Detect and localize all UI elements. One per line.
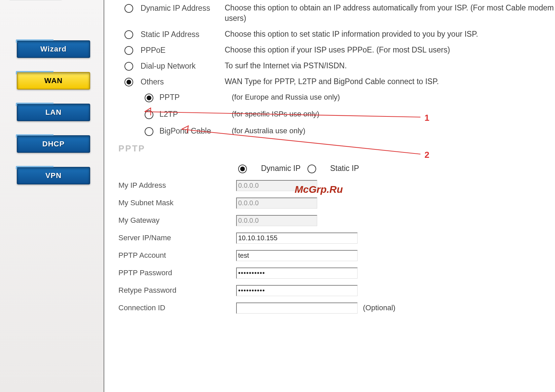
sub-l2tp-radio[interactable] bbox=[145, 110, 153, 119]
my-mask-input bbox=[236, 198, 317, 209]
wan-type-pppoe-label: PPPoE bbox=[141, 45, 225, 55]
wan-type-pppoe-row: PPPoE Choose this option if your ISP use… bbox=[124, 45, 555, 55]
wan-type-dynamic-desc: Choose this option to obtain an IP addre… bbox=[225, 3, 555, 24]
annotation-1: 1 bbox=[424, 113, 429, 123]
my-ip-label: My IP Address bbox=[118, 181, 236, 190]
my-gateway-label: My Gateway bbox=[118, 216, 236, 225]
nav-wizard[interactable]: Wizard bbox=[17, 40, 90, 58]
sub-bigpond-label: BigPond Cable bbox=[159, 127, 232, 136]
field-my-mask: My Subnet Mask bbox=[118, 194, 555, 212]
wan-type-dialup-desc: To surf the Internet via PSTN/ISDN. bbox=[225, 61, 555, 71]
field-account: PPTP Account bbox=[118, 247, 555, 264]
wan-type-others-row: Others WAN Type for PPTP, L2TP and BigPo… bbox=[124, 76, 555, 87]
field-my-gateway: My Gateway bbox=[118, 212, 555, 229]
sidebar: Wizard WAN LAN DHCP VPN bbox=[0, 0, 104, 392]
nav-vpn[interactable]: VPN bbox=[17, 167, 90, 184]
server-label: Server IP/Name bbox=[118, 234, 236, 242]
ip-mode-static-label: Static IP bbox=[330, 164, 359, 173]
sub-pptp-desc: (for Europe and Russia use only) bbox=[232, 93, 340, 102]
ip-mode-dynamic-radio[interactable] bbox=[238, 165, 247, 173]
connid-suffix: (Optional) bbox=[363, 304, 396, 312]
sub-bigpond-row: BigPond Cable (for Australia use only) bbox=[145, 126, 555, 136]
watermark: McGrp.Ru bbox=[295, 184, 343, 195]
password-label: PPTP Password bbox=[118, 269, 236, 277]
nav-lan[interactable]: LAN bbox=[17, 104, 90, 121]
field-password: PPTP Password bbox=[118, 264, 555, 282]
repassword-input[interactable] bbox=[236, 285, 358, 296]
others-sub-group: PPTP (for Europe and Russia use only) L2… bbox=[145, 92, 555, 136]
ip-mode-static-radio[interactable] bbox=[307, 165, 316, 173]
pptp-fields: My IP Address My Subnet Mask My Gateway … bbox=[118, 177, 555, 317]
wan-type-dynamic-row: Dynamic IP Address Choose this option to… bbox=[124, 3, 555, 24]
wan-type-dialup-label: Dial-up Network bbox=[141, 61, 225, 71]
wan-type-dynamic-label: Dynamic IP Address bbox=[141, 3, 225, 13]
wan-type-dynamic-radio[interactable] bbox=[124, 4, 133, 13]
sub-bigpond-desc: (for Australia use only) bbox=[232, 127, 305, 135]
wan-type-static-radio[interactable] bbox=[124, 30, 133, 39]
field-server: Server IP/Name bbox=[118, 229, 555, 247]
connid-label: Connection ID bbox=[118, 304, 236, 312]
repassword-label: Retype Password bbox=[118, 286, 236, 295]
content: Dynamic IP Address Choose this option to… bbox=[104, 0, 555, 392]
nav-dhcp[interactable]: DHCP bbox=[17, 135, 90, 153]
wan-type-group: Dynamic IP Address Choose this option to… bbox=[124, 3, 555, 136]
account-label: PPTP Account bbox=[118, 251, 236, 260]
sub-pptp-radio[interactable] bbox=[145, 94, 153, 102]
sub-l2tp-desc: (for specific ISPs use only) bbox=[232, 110, 319, 118]
wan-type-static-label: Static IP Address bbox=[141, 29, 225, 39]
field-repassword: Retype Password bbox=[118, 282, 555, 299]
section-title: PPTP bbox=[118, 143, 555, 154]
ip-mode-group: Dynamic IP Static IP bbox=[238, 163, 555, 173]
wan-type-others-radio[interactable] bbox=[124, 78, 133, 86]
ip-mode-dynamic-label: Dynamic IP bbox=[261, 164, 301, 173]
connid-input[interactable] bbox=[236, 302, 358, 314]
annotation-2: 2 bbox=[424, 150, 429, 160]
wan-type-dialup-radio[interactable] bbox=[124, 62, 133, 71]
password-input[interactable] bbox=[236, 268, 358, 279]
wan-type-others-label: Others bbox=[141, 76, 225, 86]
wan-type-others-desc: WAN Type for PPTP, L2TP and BigPond Cabl… bbox=[225, 76, 555, 87]
sub-bigpond-radio[interactable] bbox=[145, 127, 153, 136]
sub-pptp-label: PPTP bbox=[159, 93, 232, 102]
wan-type-static-desc: Choose this option to set static IP info… bbox=[225, 29, 555, 39]
account-input[interactable] bbox=[236, 250, 358, 261]
nav-wan[interactable]: WAN bbox=[17, 72, 90, 90]
wan-type-pppoe-desc: Choose this option if your ISP uses PPPo… bbox=[225, 45, 555, 55]
sub-pptp-row: PPTP (for Europe and Russia use only) bbox=[145, 92, 555, 102]
field-connid: Connection ID (Optional) bbox=[118, 299, 555, 317]
wan-type-static-row: Static IP Address Choose this option to … bbox=[124, 29, 555, 39]
sub-l2tp-row: L2TP (for specific ISPs use only) bbox=[145, 109, 555, 119]
my-gateway-input bbox=[236, 215, 317, 226]
sub-l2tp-label: L2TP bbox=[159, 110, 232, 119]
wan-type-dialup-row: Dial-up Network To surf the Internet via… bbox=[124, 61, 555, 71]
sidebar-nav: Wizard WAN LAN DHCP VPN bbox=[17, 40, 89, 199]
server-input[interactable] bbox=[236, 233, 358, 244]
wan-type-pppoe-radio[interactable] bbox=[124, 46, 133, 55]
my-mask-label: My Subnet Mask bbox=[118, 199, 236, 207]
